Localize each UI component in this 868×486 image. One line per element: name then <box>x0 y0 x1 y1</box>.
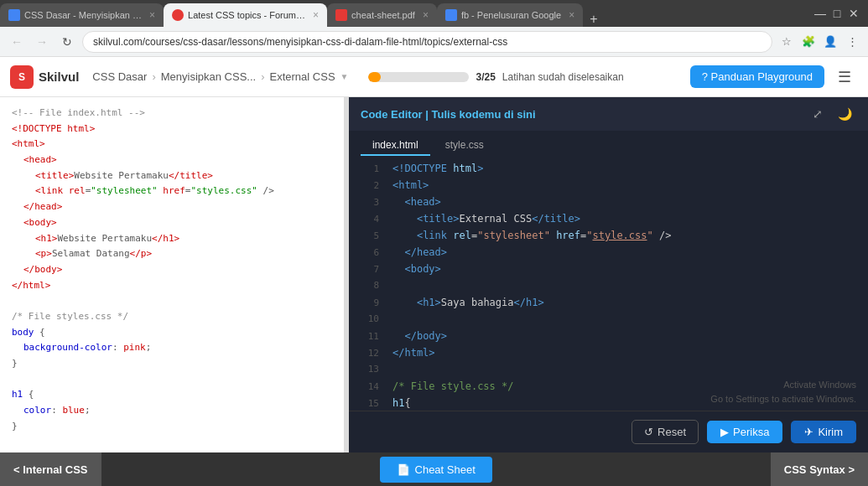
code-line-8: 8 <box>349 280 868 297</box>
send-icon: ✈ <box>804 426 813 438</box>
new-tab-button[interactable]: + <box>583 12 604 27</box>
forward-button[interactable]: → <box>32 32 52 52</box>
code-block-left: <!-- File index.html --> <!DOCTYPE html>… <box>12 106 332 452</box>
browser-window-controls: — □ ✕ <box>806 8 868 19</box>
address-input[interactable] <box>82 31 772 53</box>
editor-action-buttons: ⤢ 🌙 <box>808 106 856 122</box>
tab-close-skilvul[interactable]: × <box>313 9 319 21</box>
code-editor-panel: Code Editor | Tulis kodemu di sini ⤢ 🌙 i… <box>349 97 868 452</box>
check-label: Periksa <box>733 426 769 438</box>
css-syntax-label: CSS Syntax > <box>784 463 855 476</box>
reset-label: Reset <box>657 426 686 438</box>
code-line-2: 2 <html> <box>349 179 868 196</box>
breadcrumb-menyisipkan[interactable]: Menyisipkan CSS... <box>161 70 256 83</box>
breadcrumb-external-css[interactable]: External CSS <box>270 70 335 83</box>
line-num-14: 14 <box>356 381 379 392</box>
progress-fraction: 3/25 <box>476 71 495 83</box>
address-bar: ← → ↻ ☆ 🧩 👤 ⋮ <box>0 27 868 57</box>
cheat-sheet-label: Cheat Sheet <box>415 463 476 476</box>
tab-favicon-google <box>445 9 457 21</box>
line-num-10: 10 <box>356 313 379 324</box>
panduan-button[interactable]: ? Panduan Playground <box>690 65 824 88</box>
code-line-6: 6 </head> <box>349 246 868 263</box>
logo-icon: S <box>10 65 34 89</box>
internal-css-label: < Internal CSS <box>13 463 88 476</box>
breadcrumb: CSS Dasar › Menyisipkan CSS... › Externa… <box>92 70 348 83</box>
line-num-11: 11 <box>356 331 379 342</box>
line-content-9: <h1>Saya bahagia</h1> <box>392 297 544 308</box>
line-content-15: h1{ <box>392 397 411 409</box>
tab-index-html[interactable]: index.html <box>361 136 430 156</box>
extension-icon[interactable]: 🧩 <box>799 33 818 51</box>
tab-title-css: CSS Dasar - Menyisipkan CSS di... <box>24 10 142 20</box>
line-content-3: <head> <box>392 196 441 208</box>
tab-css-dasar[interactable]: CSS Dasar - Menyisipkan CSS di... × <box>0 3 164 27</box>
skilvul-logo: S Skilvul <box>10 65 79 89</box>
css-syntax-button[interactable]: CSS Syntax > <box>771 452 868 486</box>
tab-favicon-pdf <box>335 9 347 21</box>
tab-title-skilvul: Latest CSS topics - Forum Skilvul... <box>188 10 305 20</box>
tab-close-pdf[interactable]: × <box>423 9 429 21</box>
tab-close-google[interactable]: × <box>569 9 574 21</box>
check-button[interactable]: ▶ Periksa <box>707 421 782 443</box>
reset-icon: ↺ <box>644 426 653 438</box>
cheat-sheet-icon: 📄 <box>397 463 410 476</box>
tab-skilvul-forum[interactable]: Latest CSS topics - Forum Skilvul... × <box>164 3 327 27</box>
reset-button[interactable]: ↺ Reset <box>632 420 699 444</box>
breadcrumb-dropdown-icon[interactable]: ▼ <box>340 72 349 81</box>
reload-button[interactable]: ↻ <box>57 32 77 52</box>
cheat-sheet-button[interactable]: 📄 Cheat Sheet <box>380 457 492 483</box>
minimize-button[interactable]: — <box>814 8 826 19</box>
code-line-9: 9 <h1>Saya bahagia</h1> <box>349 297 868 313</box>
breadcrumb-sep-2: › <box>261 70 264 83</box>
line-num-5: 5 <box>356 230 379 241</box>
progress-bar <box>368 72 469 82</box>
expand-editor-button[interactable]: ⤢ <box>808 106 827 122</box>
line-num-8: 8 <box>356 280 379 291</box>
submit-button[interactable]: ✈ Kirim <box>791 421 856 443</box>
menu-button[interactable]: ☰ <box>831 64 858 90</box>
code-line-10: 10 <box>349 313 868 330</box>
tab-favicon-css <box>8 9 20 21</box>
profile-icon[interactable]: 👤 <box>821 33 839 51</box>
back-button[interactable]: ← <box>7 32 27 52</box>
line-num-6: 6 <box>356 247 379 258</box>
line-num-2: 2 <box>356 180 379 191</box>
line-num-13: 13 <box>356 364 379 375</box>
play-icon: ▶ <box>720 426 729 438</box>
tab-style-css[interactable]: style.css <box>434 136 496 156</box>
line-num-3: 3 <box>356 197 379 208</box>
code-line-11: 11 </body> <box>349 330 868 347</box>
line-num-15: 15 <box>356 398 379 409</box>
editor-header: Code Editor | Tulis kodemu di sini ⤢ 🌙 <box>349 97 868 131</box>
code-editor-area[interactable]: 1 <!DOCTYPE html> 2 <html> 3 <head> 4 <t… <box>349 156 868 411</box>
editor-title: Code Editor | Tulis kodemu di sini <box>361 108 536 121</box>
editor-tabs: index.html style.css <box>349 131 868 156</box>
maximize-button[interactable]: □ <box>831 8 843 19</box>
editor-subtitle-text: Tulis kodemu di sini <box>432 108 536 121</box>
line-content-1: <!DOCTYPE html> <box>392 163 483 174</box>
main-content: <!-- File index.html --> <!DOCTYPE html>… <box>0 97 868 452</box>
latihan-text: Latihan sudah diselesaikan <box>502 71 624 83</box>
editor-title-text: Code Editor <box>361 108 423 121</box>
dark-mode-button[interactable]: 🌙 <box>834 106 856 122</box>
settings-icon[interactable]: ⋮ <box>843 33 861 51</box>
tab-google[interactable]: fb - Penelusuran Google × <box>437 3 583 27</box>
code-line-3: 3 <head> <box>349 196 868 213</box>
activate-windows-watermark: Activate WindowsGo to Settings to activa… <box>710 378 856 406</box>
line-num-9: 9 <box>356 297 379 308</box>
tab-close-css[interactable]: × <box>149 9 155 21</box>
code-line-7: 7 <body> <box>349 263 868 280</box>
tabs-bar: CSS Dasar - Menyisipkan CSS di... × Late… <box>0 0 806 27</box>
internal-css-button[interactable]: < Internal CSS <box>0 452 101 486</box>
line-content-12: </html> <box>392 347 435 359</box>
tab-cheat-sheet[interactable]: cheat-sheet.pdf × <box>327 3 437 27</box>
editor-footer: ↺ Reset ▶ Periksa ✈ Kirim <box>349 411 868 452</box>
line-num-4: 4 <box>356 214 379 225</box>
bookmark-icon[interactable]: ☆ <box>777 33 796 51</box>
line-content-7: <body> <box>392 263 441 275</box>
close-button[interactable]: ✕ <box>848 8 860 19</box>
logo-text: Skilvul <box>39 70 79 84</box>
breadcrumb-css-dasar[interactable]: CSS Dasar <box>92 70 147 83</box>
line-content-6: </head> <box>392 246 447 258</box>
